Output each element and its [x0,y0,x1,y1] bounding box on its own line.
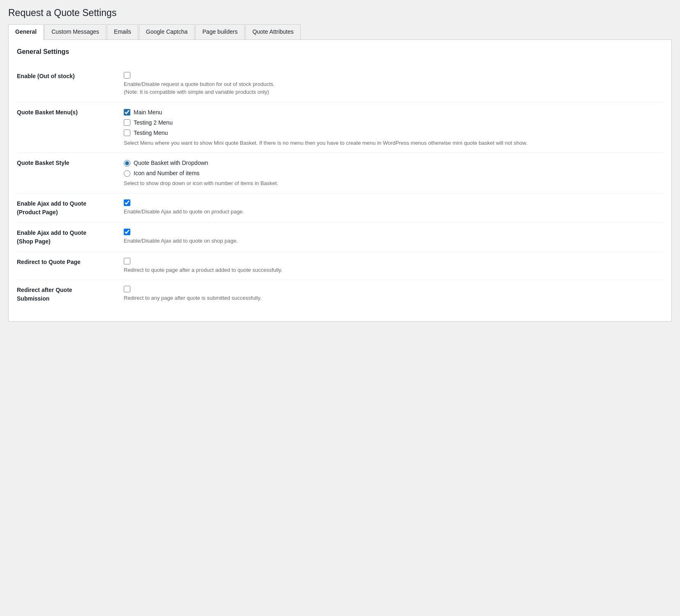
setting-control-quote-basket-style: Quote Basket with DropdownIcon and Numbe… [124,153,663,194]
setting-control-redirect-after-submission: Redirect to any page after quote is subm… [124,280,663,309]
help-text-quote-basket-style: Select to show drop down or icon with nu… [124,179,659,188]
setting-label-enable-ajax-product: Enable Ajax add to Quote(Product Page) [17,193,124,222]
setting-control-enable-ajax-shop: Enable/Disable Ajax add to quote on shop… [124,222,663,252]
setting-row-quote-basket-menus: Quote Basket Menu(s)Main MenuTesting 2 M… [17,102,663,153]
tab-page-builders[interactable]: Page builders [195,24,245,39]
setting-control-redirect-quote-page: Redirect to quote page after a product a… [124,252,663,280]
help-text-quote-basket-menus: Select Menu where you want to show Mini … [124,139,659,147]
setting-label-quote-basket-style: Quote Basket Style [17,153,124,194]
setting-row-enable-out-of-stock: Enable (Out of stock)Enable/Disable requ… [17,66,663,102]
checkbox-label-testing-2-menu[interactable]: Testing 2 Menu [134,118,173,127]
tab-custom-messages[interactable]: Custom Messages [44,24,106,39]
radio-label-icon-number[interactable]: Icon and Number of items [134,169,199,178]
checkbox-label-main-menu[interactable]: Main Menu [134,108,162,117]
checkbox-row-testing-menu: Testing Menu [124,129,659,137]
checkbox-label-testing-menu[interactable]: Testing Menu [134,129,168,137]
tab-quote-attributes[interactable]: Quote Attributes [245,24,301,39]
setting-label-enable-ajax-shop: Enable Ajax add to Quote(Shop Page) [17,222,124,252]
setting-row-redirect-after-submission: Redirect after QuoteSubmissionRedirect t… [17,280,663,309]
checkbox-enable-ajax-product[interactable] [124,199,130,206]
setting-row-redirect-quote-page: Redirect to Quote PageRedirect to quote … [17,252,663,280]
radio-dropdown[interactable] [124,160,130,167]
settings-content: General Settings Enable (Out of stock)En… [8,40,672,322]
settings-table: Enable (Out of stock)Enable/Disable requ… [17,66,663,309]
radio-icon-number[interactable] [124,170,130,177]
checkbox-row-testing-2-menu: Testing 2 Menu [124,118,659,127]
help-text-enable-ajax-shop: Enable/Disable Ajax add to quote on shop… [124,237,659,245]
help-text-enable-ajax-product: Enable/Disable Ajax add to quote on prod… [124,208,659,216]
radio-row-dropdown: Quote Basket with Dropdown [124,159,659,167]
setting-row-enable-ajax-product: Enable Ajax add to Quote(Product Page)En… [17,193,663,222]
help-text-redirect-after-submission: Redirect to any page after quote is subm… [124,294,659,302]
section-title: General Settings [17,48,663,59]
checkbox-row-main-menu: Main Menu [124,108,659,117]
tabs-bar: GeneralCustom MessagesEmailsGoogle Captc… [8,24,672,40]
setting-label-enable-out-of-stock: Enable (Out of stock) [17,66,124,102]
radio-label-dropdown[interactable]: Quote Basket with Dropdown [134,159,208,167]
checkbox-main-menu[interactable] [124,109,130,116]
setting-label-redirect-after-submission: Redirect after QuoteSubmission [17,280,124,309]
checkbox-enable-ajax-shop[interactable] [124,229,130,235]
checkbox-redirect-after-submission[interactable] [124,286,130,292]
setting-label-quote-basket-menus: Quote Basket Menu(s) [17,102,124,153]
setting-control-enable-out-of-stock: Enable/Disable request a quote button fo… [124,66,663,102]
checkbox-enable-out-of-stock[interactable] [124,72,130,79]
help-text-enable-out-of-stock: Enable/Disable request a quote button fo… [124,80,659,96]
page-wrapper: Request a Quote Settings GeneralCustom M… [0,0,680,616]
checkbox-testing-2-menu[interactable] [124,119,130,126]
setting-control-enable-ajax-product: Enable/Disable Ajax add to quote on prod… [124,193,663,222]
tab-general[interactable]: General [8,24,44,40]
setting-row-enable-ajax-shop: Enable Ajax add to Quote(Shop Page)Enabl… [17,222,663,252]
setting-label-redirect-quote-page: Redirect to Quote Page [17,252,124,280]
help-text-redirect-quote-page: Redirect to quote page after a product a… [124,266,659,274]
checkbox-redirect-quote-page[interactable] [124,258,130,264]
tab-google-captcha[interactable]: Google Captcha [139,24,194,39]
radio-row-icon-number: Icon and Number of items [124,169,659,178]
page-title: Request a Quote Settings [8,7,672,19]
setting-row-quote-basket-style: Quote Basket StyleQuote Basket with Drop… [17,153,663,194]
setting-control-quote-basket-menus: Main MenuTesting 2 MenuTesting MenuSelec… [124,102,663,153]
checkbox-testing-menu[interactable] [124,130,130,136]
tab-emails[interactable]: Emails [107,24,138,39]
